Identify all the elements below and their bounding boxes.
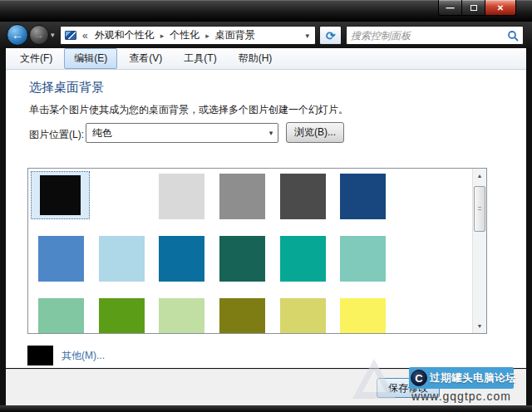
- picture-position-label: 图片位置(L):: [29, 128, 84, 142]
- color-swatch[interactable]: [280, 298, 326, 334]
- maximize-button[interactable]: [462, 0, 485, 16]
- scrollbar-thumb[interactable]: [474, 186, 485, 232]
- content-area: 选择桌面背景 单击某个图片使其成为您的桌面背景，或选择多个图片创建一个幻灯片。 …: [6, 70, 526, 368]
- menu-bar: 文件(F) 编辑(E) 查看(V) 工具(T) 帮助(H): [6, 48, 526, 70]
- window-bottom-frame: [0, 405, 532, 412]
- close-icon: ✕: [497, 3, 504, 12]
- scroll-down-button[interactable]: ▼: [473, 319, 486, 333]
- scroll-down-icon: ▼: [477, 323, 483, 329]
- page-title: 选择桌面背景: [29, 80, 104, 96]
- refresh-button[interactable]: ⟳: [319, 26, 342, 45]
- menu-view[interactable]: 查看(V): [119, 48, 172, 69]
- back-button[interactable]: ←: [7, 24, 28, 46]
- menu-file[interactable]: 文件(F): [10, 48, 62, 69]
- color-swatch[interactable]: [159, 174, 204, 219]
- other-colors-link[interactable]: 其他(M)...: [62, 349, 105, 363]
- menu-help[interactable]: 帮助(H): [229, 48, 283, 69]
- crumb-separator-icon[interactable]: ▸: [203, 32, 212, 40]
- color-swatch[interactable]: [99, 298, 145, 334]
- watermark-logo-shape: [352, 359, 396, 399]
- maximize-icon: [470, 5, 477, 11]
- refresh-icon: ⟳: [326, 29, 336, 42]
- location-icon: [65, 31, 76, 40]
- crumb-separator-icon[interactable]: ▸: [158, 32, 167, 40]
- color-swatch[interactable]: [159, 236, 204, 282]
- color-swatch[interactable]: [219, 174, 265, 219]
- chevron-down-icon: ▾: [51, 31, 55, 39]
- minimize-button[interactable]: —: [438, 0, 462, 16]
- other-color-swatch[interactable]: [27, 346, 53, 365]
- watermark-badge: C 过期罐头电脑论坛: [409, 367, 514, 389]
- color-swatch[interactable]: [340, 236, 386, 282]
- color-swatch[interactable]: [99, 236, 145, 282]
- scroll-up-icon: ▲: [477, 173, 483, 179]
- watermark-url: www.gqgtpc.com: [409, 390, 514, 403]
- forward-button[interactable]: →: [29, 25, 49, 45]
- breadcrumb-item-appearance[interactable]: 外观和个性化: [91, 28, 158, 42]
- caption-buttons: — ✕: [438, 0, 516, 16]
- search-box: [346, 26, 524, 45]
- color-swatch[interactable]: [280, 236, 326, 282]
- listbox-scrollbar[interactable]: ▲ ▼: [472, 169, 486, 333]
- color-swatch[interactable]: [280, 174, 326, 219]
- color-swatch[interactable]: [38, 236, 84, 282]
- color-swatch[interactable]: [219, 298, 265, 334]
- watermark-title: 过期罐头电脑论坛: [430, 371, 516, 385]
- color-swatch[interactable]: [340, 298, 386, 334]
- color-swatch[interactable]: [38, 298, 84, 334]
- breadcrumb-overflow-icon[interactable]: «: [82, 30, 88, 42]
- menu-tools[interactable]: 工具(T): [174, 48, 226, 69]
- color-swatch[interactable]: [219, 236, 265, 282]
- breadcrumb-item-desktop-background[interactable]: 桌面背景: [212, 28, 259, 42]
- color-swatch[interactable]: [340, 174, 386, 219]
- picture-position-select[interactable]: 纯色 ▾: [86, 123, 278, 143]
- page-description: 单击某个图片使其成为您的桌面背景，或选择多个图片创建一个幻灯片。: [29, 103, 348, 117]
- color-swatch: [40, 175, 81, 215]
- search-input[interactable]: [351, 30, 507, 42]
- back-icon: ←: [12, 28, 23, 42]
- browse-button[interactable]: 浏览(B)...: [286, 122, 344, 143]
- combo-arrow-icon: ▾: [264, 129, 278, 137]
- recent-pages-dropdown[interactable]: ▾: [51, 31, 55, 39]
- forward-icon: →: [34, 29, 44, 41]
- menu-edit[interactable]: 编辑(E): [64, 48, 117, 69]
- search-icon[interactable]: [507, 30, 519, 42]
- picture-position-value: 纯色: [86, 126, 264, 140]
- breadcrumb-item-personalization[interactable]: 个性化: [166, 28, 203, 42]
- color-listbox: ▲ ▼: [27, 168, 487, 334]
- minimize-icon: —: [446, 3, 455, 12]
- close-button[interactable]: ✕: [485, 0, 516, 16]
- breadcrumb[interactable]: « 外观和个性化 ▸ 个性化 ▸ 桌面背景 ▾: [60, 26, 316, 45]
- watermark-logo-icon: C: [411, 370, 427, 386]
- color-swatch[interactable]: [99, 174, 145, 219]
- color-swatch-selected[interactable]: [31, 171, 90, 219]
- window-desktop-background: — ✕ ← → ▾ « 外观和个性化 ▸ 个性化 ▸ 桌面背景 ▾ ⟳: [0, 0, 532, 412]
- scroll-up-button[interactable]: ▲: [473, 169, 486, 183]
- address-dropdown-icon[interactable]: ▾: [303, 32, 311, 40]
- color-swatch[interactable]: [159, 298, 204, 334]
